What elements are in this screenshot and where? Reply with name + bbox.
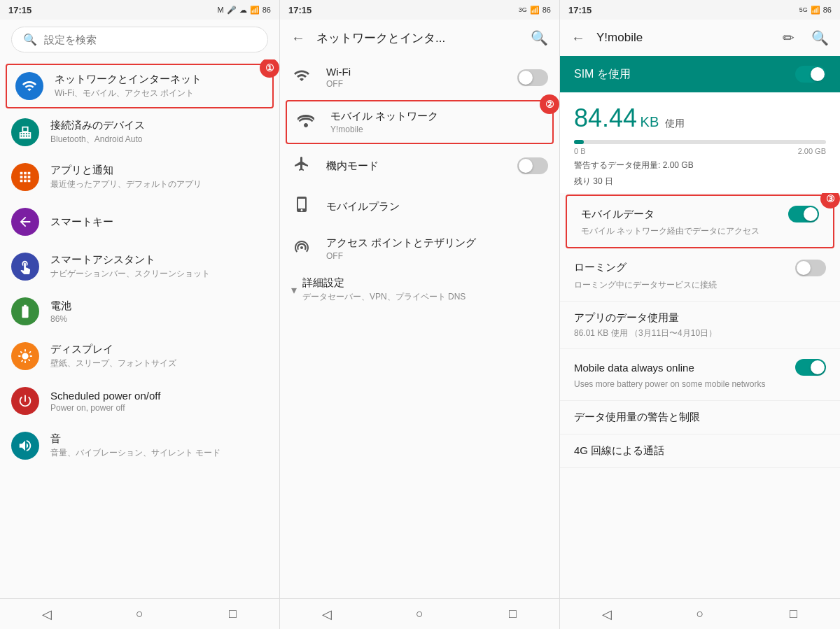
recent-button-3[interactable]: □ (779, 600, 807, 628)
back-button-3[interactable]: ← (566, 24, 591, 52)
menu-item-mobile[interactable]: モバイル ネットワーク Y!mobile ② (286, 100, 554, 144)
settings-item-smartassist[interactable]: スマートアシスタント ナビゲーションバー、スクリーンショット (0, 244, 279, 289)
apps-text: アプリと通知 最近使ったアプリ、デフォルトのアプリ (50, 164, 268, 190)
usage-warning-1: 警告するデータ使用量: 2.00 GB (574, 160, 826, 171)
mic-icon: 🎤 (227, 6, 237, 15)
p3-search-button[interactable]: 🔍 (806, 24, 834, 52)
smartassist-text: スマートアシスタント ナビゲーションバー、スクリーンショット (50, 253, 268, 280)
back-button-1[interactable]: ◁ (33, 600, 61, 628)
mobile-title: モバイル ネットワーク (330, 110, 544, 123)
alwaysonline-row: Mobile data always online (574, 359, 826, 376)
recent-button-2[interactable]: □ (499, 600, 527, 628)
battery2-text: 86 (542, 6, 551, 14)
sound-text: 音 音量、バイブレーション、サイレント モード (50, 432, 268, 459)
smartassist-sub: ナビゲーションバー、スクリーンショット (50, 268, 268, 280)
p3-edit-button[interactable]: ✏ (777, 24, 800, 52)
detail-item-datalimit[interactable]: データ使用量の警告と制限 (560, 401, 840, 434)
sound-icon (11, 432, 39, 460)
settings-item-display[interactable]: ディスプレイ 壁紙、スリープ、フォントサイズ (0, 334, 279, 379)
data-usage-label: 使用 (665, 118, 685, 129)
sound-title: 音 (50, 432, 268, 446)
status-bar-1: 17:15 M 🎤 ☁ 📶 86 (0, 0, 279, 20)
hotspot-title: アクセス ポイントとテザリング (326, 236, 548, 250)
back-button-3b[interactable]: ◁ (593, 600, 621, 628)
power-sub: Power on, power off (50, 403, 268, 413)
back-button-2[interactable]: ← (286, 24, 311, 52)
roaming-sub: ローミング中にデータサービスに接続 (574, 279, 826, 291)
time-1: 17:15 (8, 5, 31, 15)
usage-bar (574, 140, 826, 144)
apps-title: アプリと通知 (50, 164, 268, 177)
p2-search-button[interactable]: 🔍 (525, 24, 554, 52)
back-button-2b[interactable]: ◁ (313, 600, 341, 628)
settings-item-sound[interactable]: 音 音量、バイブレーション、サイレント モード (0, 423, 279, 468)
detail-item-4gcall[interactable]: 4G 回線による通話 (560, 434, 840, 468)
home-button-1[interactable]: ○ (126, 600, 154, 628)
mobiledata-toggle-knob (804, 207, 818, 221)
settings-item-apps[interactable]: アプリと通知 最近使ったアプリ、デフォルトのアプリ (0, 155, 279, 199)
alwaysonline-sub: Uses more battery power on some mobile n… (574, 379, 826, 390)
settings-item-power[interactable]: Scheduled power on/off Power on, power o… (0, 379, 279, 423)
smartassist-icon (11, 253, 39, 281)
home-button-3[interactable]: ○ (686, 600, 714, 628)
menu-list-2: Wi-Fi OFF モバイル ネットワーク Y!mobile ② (280, 56, 559, 598)
battery-text: 86 (262, 6, 271, 14)
menu-item-airplane[interactable]: 機内モード (280, 146, 559, 186)
apps-icon (11, 163, 39, 191)
settings-list: ネットワークとインターネット Wi-Fi、モバイル、アクセス ポイント ① 接続… (0, 59, 279, 598)
detail-item-roaming[interactable]: ローミング ローミング中にデータサービスに接続 (560, 250, 840, 302)
usage-warning-2: 残り 30 日 (574, 176, 826, 188)
advanced-section[interactable]: ▾ 詳細設定 データセーバー、VPN、プライベート DNS (280, 271, 559, 309)
detail-item-alwaysonline[interactable]: Mobile data always online Uses more batt… (560, 349, 840, 401)
cloud-icon: ☁ (239, 6, 247, 15)
usage-bar-labels: 0 B 2.00 GB (574, 147, 826, 155)
status-icons-1: M 🎤 ☁ 📶 86 (218, 6, 271, 15)
menu-item-hotspot[interactable]: アクセス ポイントとテザリング OFF (280, 227, 559, 271)
battery-sub: 86% (50, 314, 268, 324)
menu-item-wifi[interactable]: Wi-Fi OFF (280, 56, 559, 99)
wifi-menu-icon (291, 67, 312, 88)
mobiledata-sub: モバイル ネットワーク経由でデータにアクセス (581, 225, 819, 237)
mobiledata-toggle[interactable] (788, 206, 819, 222)
roaming-toggle[interactable] (795, 260, 826, 276)
badge-2: ② (540, 94, 559, 114)
mobileplan-menu-icon (291, 196, 312, 217)
search-icon: 🔍 (23, 33, 37, 46)
usage-bar-start: 0 B (574, 147, 586, 155)
data-usage-row: 84.44 KB 使用 (574, 104, 826, 133)
settings-item-battery[interactable]: 電池 86% (0, 289, 279, 334)
airplane-toggle-knob (519, 159, 533, 173)
network-sub: Wi-Fi、モバイル、アクセス ポイント (55, 87, 264, 99)
time-3: 17:15 (568, 5, 592, 15)
recent-button-1[interactable]: □ (219, 600, 247, 628)
wifi-toggle-knob (519, 71, 533, 85)
menu-item-mobileplan[interactable]: モバイルプラン (280, 186, 559, 227)
data-usage-amount: 84.44 (574, 104, 637, 132)
airplane-toggle[interactable] (517, 157, 548, 174)
topbar-2: ← ネットワークとインタ... 🔍 (280, 20, 559, 56)
wifi-toggle[interactable] (517, 69, 548, 86)
display-sub: 壁紙、スリープ、フォントサイズ (50, 358, 268, 369)
status-bar-3: 17:15 5G 📶 86 (560, 0, 840, 20)
detail-item-appdata[interactable]: アプリのデータ使用量 86.01 KB 使用 （3月11日〜4月10日） (560, 302, 840, 350)
settings-item-smartkey[interactable]: スマートキー (0, 199, 279, 244)
battery-text-block: 電池 86% (50, 299, 268, 324)
settings-item-network[interactable]: ネットワークとインターネット Wi-Fi、モバイル、アクセス ポイント ① (6, 64, 274, 108)
search-container[interactable]: 🔍 (11, 27, 268, 52)
sim-header-title: SIM を使用 (574, 67, 631, 82)
airplane-title: 機内モード (326, 160, 503, 173)
alwaysonline-toggle[interactable] (795, 359, 826, 376)
time-2: 17:15 (288, 5, 312, 15)
sound-sub: 音量、バイブレーション、サイレント モード (50, 447, 268, 459)
appdata-sub: 86.01 KB 使用 （3月11日〜4月10日） (574, 327, 826, 339)
home-button-2[interactable]: ○ (406, 600, 434, 628)
display-text: ディスプレイ 壁紙、スリープ、フォントサイズ (50, 343, 268, 369)
settings-item-devices[interactable]: 接続済みのデバイス Bluetooth、Android Auto (0, 110, 279, 155)
detail-item-mobiledata[interactable]: モバイルデータ モバイル ネットワーク経由でデータにアクセス ③ (566, 195, 834, 248)
sim-toggle[interactable] (795, 66, 826, 83)
data-usage-unit: KB (640, 114, 659, 129)
search-input[interactable] (44, 34, 256, 45)
devices-title: 接続済みのデバイス (50, 119, 268, 132)
3g-icon: 3G (519, 6, 527, 13)
airplane-menu-icon (291, 155, 312, 176)
